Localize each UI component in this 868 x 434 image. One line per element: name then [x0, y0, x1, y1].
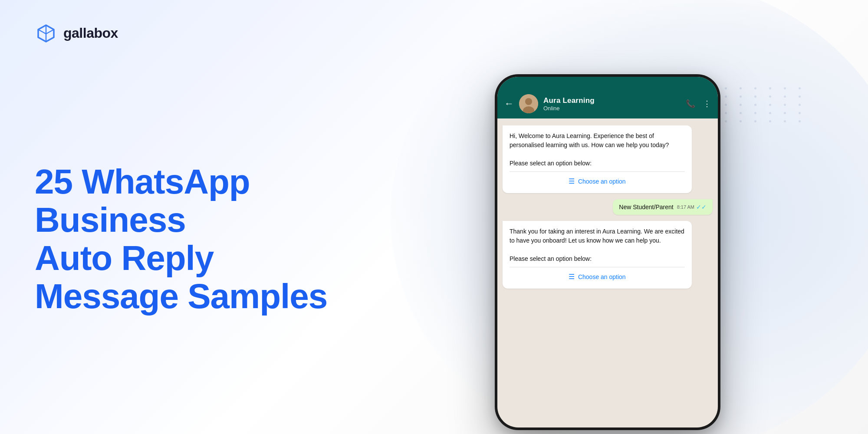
- dot: [740, 95, 742, 98]
- sent-text: New Student/Parent: [619, 204, 673, 210]
- hero-title: 25 WhatsApp Business Auto Reply Message …: [35, 163, 347, 316]
- divider-1: [510, 171, 685, 172]
- box-icon: [35, 22, 57, 44]
- dot: [754, 95, 756, 98]
- dot: [754, 87, 756, 89]
- dot: [799, 120, 801, 122]
- choose-option-label-2: Choose an option: [578, 273, 626, 280]
- dot: [769, 112, 771, 114]
- dot: [799, 95, 801, 98]
- dot: [769, 87, 771, 89]
- dot: [740, 104, 742, 106]
- logo-text: gallabox: [63, 25, 118, 41]
- dot: [754, 104, 756, 106]
- dot: [769, 95, 771, 98]
- dot: [725, 87, 727, 89]
- contact-status: Online: [543, 105, 681, 112]
- dot: [769, 104, 771, 106]
- dot: [799, 87, 801, 89]
- dot: [784, 87, 786, 89]
- list-icon-1: ☰: [569, 177, 575, 185]
- dot: [784, 95, 786, 98]
- back-arrow-icon[interactable]: ←: [504, 98, 514, 109]
- page-container: gallabox 25 WhatsApp Business Auto Reply…: [0, 0, 868, 434]
- message-1-text: Hi, Welcome to Aura Learning. Experience…: [510, 132, 685, 168]
- right-side: ← Aura Learning Online: [382, 53, 833, 426]
- dot: [740, 87, 742, 89]
- choose-option-label-1: Choose an option: [578, 178, 626, 185]
- received-message-1: Hi, Welcome to Aura Learning. Experience…: [503, 125, 692, 193]
- dot: [725, 112, 727, 114]
- dot-pattern: [710, 87, 807, 122]
- sent-message: New Student/Parent 8:17 AM ✓✓: [613, 199, 713, 215]
- dot: [740, 120, 742, 122]
- dot: [754, 112, 756, 114]
- dot: [799, 112, 801, 114]
- dot: [740, 112, 742, 114]
- sent-meta: 8:17 AM ✓✓: [677, 204, 707, 210]
- more-icon[interactable]: ⋮: [703, 99, 711, 108]
- wa-action-icons: 📞 ⋮: [686, 99, 711, 108]
- dot: [784, 104, 786, 106]
- list-icon-2: ☰: [569, 273, 575, 281]
- dot: [799, 104, 801, 106]
- divider-2: [510, 267, 685, 267]
- read-ticks: ✓✓: [696, 204, 707, 210]
- svg-point-2: [525, 98, 532, 105]
- contact-name: Aura Learning: [543, 96, 681, 105]
- chat-body: Hi, Welcome to Aura Learning. Experience…: [497, 118, 718, 296]
- logo: gallabox: [35, 22, 118, 44]
- hero-title-line1: 25 WhatsApp Business: [35, 162, 250, 239]
- contact-avatar: [519, 94, 538, 113]
- dot: [725, 104, 727, 106]
- choose-option-2[interactable]: ☰ Choose an option: [510, 271, 685, 283]
- dot: [725, 95, 727, 98]
- dot: [754, 120, 756, 122]
- message-2-text: Thank you for taking an interest in Aura…: [510, 227, 685, 263]
- received-message-2: Thank you for taking an interest in Aura…: [503, 221, 692, 289]
- dot: [769, 120, 771, 122]
- contact-info: Aura Learning Online: [543, 96, 681, 112]
- phone-mockup: ← Aura Learning Online: [495, 74, 720, 430]
- hero-title-line2: Auto Reply Message Samples: [35, 239, 327, 316]
- call-icon[interactable]: 📞: [686, 99, 695, 108]
- message-time: 8:17 AM: [677, 204, 694, 210]
- main-content: 25 WhatsApp Business Auto Reply Message …: [0, 44, 868, 434]
- dot: [725, 120, 727, 122]
- choose-option-1[interactable]: ☰ Choose an option: [510, 175, 685, 187]
- left-side: 25 WhatsApp Business Auto Reply Message …: [35, 163, 382, 316]
- phone-screen: ← Aura Learning Online: [497, 77, 718, 427]
- dot: [784, 112, 786, 114]
- whatsapp-header: ← Aura Learning Online: [497, 77, 718, 118]
- dot: [784, 120, 786, 122]
- header: gallabox: [0, 0, 868, 44]
